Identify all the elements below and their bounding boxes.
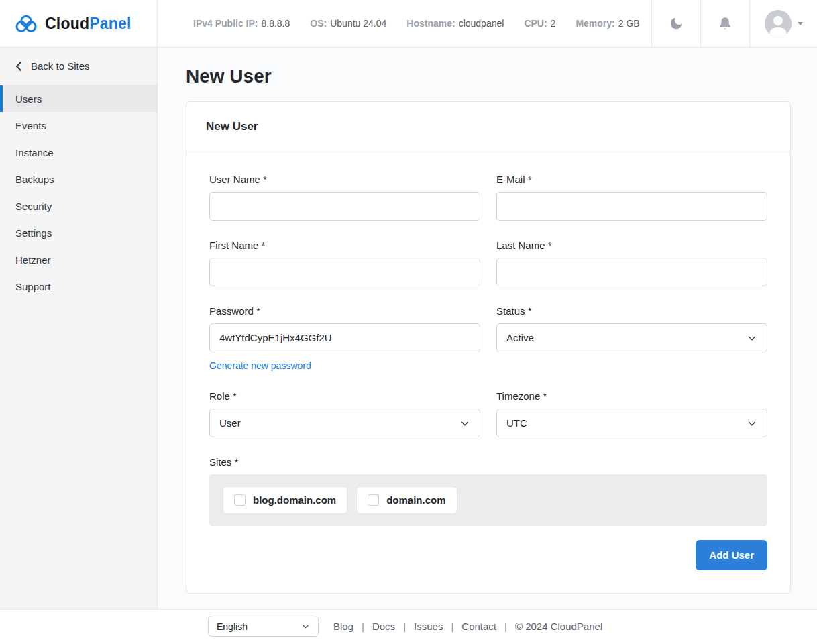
language-select[interactable]: English <box>208 616 319 637</box>
sidebar-item-users[interactable]: Users <box>0 85 157 112</box>
chevron-down-icon <box>301 622 310 631</box>
email-field: E-Mail * <box>496 174 767 221</box>
back-to-sites-link[interactable]: Back to Sites <box>0 48 157 85</box>
sidebar-item-label: Security <box>15 201 52 212</box>
brand-logo[interactable]: CloudPanel <box>0 0 158 47</box>
page-title: New User <box>186 65 791 88</box>
status-label: Status * <box>496 305 767 317</box>
dark-mode-toggle[interactable] <box>651 0 700 47</box>
top-header: CloudPanel IPv4 Public IP: 8.8.8.8 OS: U… <box>0 0 817 48</box>
footer-link-docs[interactable]: Docs <box>372 621 395 632</box>
chevron-down-icon <box>798 22 803 25</box>
user-menu[interactable] <box>749 0 817 47</box>
sidebar-item-label: Support <box>15 281 51 292</box>
role-label: Role * <box>209 390 480 402</box>
sites-label: Sites * <box>209 456 767 468</box>
info-memory: Memory: 2 GB <box>576 18 639 29</box>
user-name-field: User Name * <box>209 174 480 221</box>
email-input[interactable] <box>496 192 767 221</box>
password-field: Password * Generate new password <box>209 305 480 372</box>
checkbox-icon[interactable] <box>234 494 246 506</box>
info-value: 2 <box>551 18 556 29</box>
timezone-selected-value: UTC <box>506 417 527 429</box>
site-checkbox-blog-domain-com[interactable]: blog.domain.com <box>223 486 347 514</box>
info-label: IPv4 Public IP: <box>193 18 258 29</box>
sidebar-item-instance[interactable]: Instance <box>0 139 157 166</box>
info-value: Ubuntu 24.04 <box>330 18 386 29</box>
site-checkbox-domain-com[interactable]: domain.com <box>356 486 457 514</box>
generate-password-link[interactable]: Generate new password <box>209 360 311 371</box>
sidebar-item-backups[interactable]: Backups <box>0 166 157 193</box>
info-label: OS: <box>310 18 327 29</box>
footer-links: Blog | Docs | Issues | Contact | © 2024 … <box>333 621 602 632</box>
status-field: Status * Active <box>496 305 767 372</box>
server-info-bar: IPv4 Public IP: 8.8.8.8 OS: Ubuntu 24.04… <box>158 0 651 47</box>
first-name-input[interactable] <box>209 258 480 286</box>
sidebar-item-events[interactable]: Events <box>0 112 157 139</box>
sidebar-item-label: Instance <box>15 147 54 158</box>
sites-field: Sites * blog.domain.com domain.com <box>209 456 767 526</box>
chevron-left-icon <box>15 61 22 72</box>
password-input[interactable] <box>209 323 480 352</box>
sidebar-item-security[interactable]: Security <box>0 193 157 219</box>
chevron-down-icon <box>747 333 757 343</box>
footer-link-contact[interactable]: Contact <box>461 621 496 632</box>
footer-link-blog[interactable]: Blog <box>333 621 353 632</box>
password-label: Password * <box>209 305 480 317</box>
info-label: CPU: <box>524 18 547 29</box>
timezone-label: Timezone * <box>496 390 767 402</box>
avatar <box>765 10 792 37</box>
brand-name: CloudPanel <box>45 15 131 33</box>
new-user-card: New User User Name * E-Mail * First Name… <box>186 101 791 594</box>
sidebar-item-support[interactable]: Support <box>0 273 157 300</box>
info-cpu: CPU: 2 <box>524 18 555 29</box>
cloud-logo-icon <box>14 14 38 34</box>
info-label: Hostname: <box>406 18 455 29</box>
site-name: domain.com <box>386 494 445 506</box>
first-name-field: First Name * <box>209 239 480 286</box>
sidebar: Back to Sites Users Events Instance Back… <box>0 48 158 609</box>
info-value: 8.8.8.8 <box>261 18 290 29</box>
sidebar-item-label: Hetzner <box>15 254 51 266</box>
status-select[interactable]: Active <box>496 323 767 352</box>
timezone-select[interactable]: UTC <box>496 409 767 437</box>
user-name-input[interactable] <box>209 192 480 221</box>
info-label: Memory: <box>576 18 614 29</box>
email-label: E-Mail * <box>496 174 767 185</box>
info-ipv4: IPv4 Public IP: 8.8.8.8 <box>193 18 290 29</box>
info-value: cloudpanel <box>459 18 504 29</box>
sidebar-item-label: Users <box>15 93 42 105</box>
bell-icon <box>718 16 732 31</box>
sidebar-item-hetzner[interactable]: Hetzner <box>0 246 157 273</box>
sidebar-item-label: Settings <box>15 227 52 239</box>
role-select[interactable]: User <box>209 409 480 437</box>
copyright-text: © 2024 CloudPanel <box>515 621 602 632</box>
site-name: blog.domain.com <box>253 494 336 506</box>
add-user-button[interactable]: Add User <box>696 540 767 570</box>
sidebar-item-settings[interactable]: Settings <box>0 219 157 246</box>
main-content: New User New User User Name * E-Mail * F… <box>158 48 817 609</box>
first-name-label: First Name * <box>209 239 480 251</box>
sidebar-item-label: Backups <box>15 174 54 185</box>
checkbox-icon[interactable] <box>368 494 379 506</box>
footer-separator: | <box>362 621 364 632</box>
timezone-field: Timezone * UTC <box>496 390 767 437</box>
last-name-input[interactable] <box>496 258 767 286</box>
footer-separator: | <box>504 621 507 632</box>
status-selected-value: Active <box>506 332 534 343</box>
new-user-form: User Name * E-Mail * First Name * Last N… <box>209 174 767 570</box>
notifications-button[interactable] <box>700 0 749 47</box>
sites-panel: blog.domain.com domain.com <box>209 474 767 526</box>
footer-separator: | <box>451 621 453 632</box>
back-to-sites-label: Back to Sites <box>31 60 90 72</box>
last-name-label: Last Name * <box>496 239 767 251</box>
chevron-down-icon <box>747 418 757 429</box>
info-os: OS: Ubuntu 24.04 <box>310 18 386 29</box>
role-field: Role * User <box>209 390 480 437</box>
moon-icon <box>669 16 684 31</box>
last-name-field: Last Name * <box>496 239 767 286</box>
language-selected-value: English <box>217 621 248 632</box>
footer-link-issues[interactable]: Issues <box>414 621 443 632</box>
card-title: New User <box>186 102 790 152</box>
role-selected-value: User <box>219 417 241 429</box>
